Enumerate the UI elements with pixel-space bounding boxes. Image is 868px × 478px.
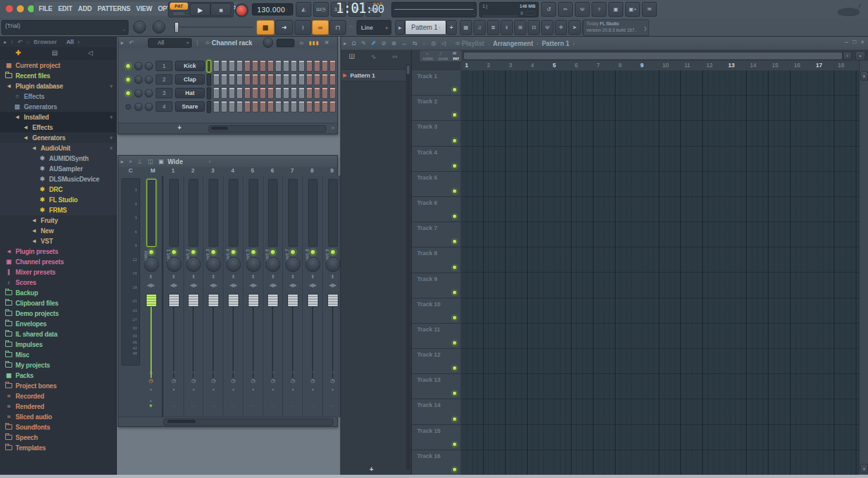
track-header-7[interactable]: Track 7 (412, 222, 460, 247)
browser-item-effects[interactable]: ◄Effects (0, 122, 116, 132)
stereo-arrows-icon[interactable]: ◀▶ (324, 282, 342, 288)
step-button[interactable] (275, 74, 282, 85)
mixer-strip[interactable]: Insert 4⬍◀▶∩◷●︿ (224, 176, 243, 417)
fader-up-icon[interactable]: ▴ (140, 398, 161, 402)
playlist-hscrollbar-thumb[interactable] (464, 53, 842, 59)
channel-selector[interactable] (207, 101, 211, 113)
channel-pan-knob[interactable] (134, 62, 143, 70)
hscroll-right-button[interactable]: › (843, 52, 852, 60)
track-enable-led[interactable] (452, 340, 457, 346)
undo-icon[interactable]: ↶ (129, 39, 134, 46)
step-button[interactable] (314, 60, 320, 72)
minimize-traffic-light[interactable] (17, 5, 24, 12)
expand-arrow-icon[interactable]: ▾ (110, 83, 112, 89)
channel-selector[interactable] (207, 87, 211, 99)
step-button[interactable] (213, 87, 220, 99)
search-icon[interactable]: ◌ (26, 39, 30, 45)
collapse-icon[interactable]: ▸ (4, 39, 7, 45)
tempo-display[interactable]: 130.000⁞ (252, 3, 293, 16)
track-enable-led[interactable] (452, 290, 457, 295)
strip-pan-knob[interactable] (285, 257, 300, 272)
playlist-titlebar[interactable]: ▸Ω✎✐⊘⊗↔⇆◌◎◁ ◁▷ Playlist - Arrangement › … (341, 37, 868, 50)
hint-hat-button[interactable]: ⊓ (329, 20, 346, 35)
browser-tab-sound-icon[interactable]: ◁ (88, 49, 93, 56)
peak-meter[interactable] (147, 179, 156, 247)
record-dot-icon[interactable]: ● (184, 388, 203, 391)
track-enable-led[interactable] (452, 391, 457, 396)
mixer-strip-number[interactable]: 4 (231, 167, 234, 174)
clock-icon[interactable]: ◷ (304, 378, 322, 384)
step-button[interactable] (298, 60, 305, 72)
volume-fader[interactable] (307, 294, 318, 307)
browser-item-impulses[interactable]: Impulses (0, 339, 116, 349)
plugin-slot-icon[interactable]: ︿ (324, 402, 342, 409)
track-header-15[interactable]: Track 15 (412, 425, 460, 450)
snap-selector[interactable]: Line ▸ (356, 20, 391, 35)
browser-item-project-bones[interactable]: Project bones (0, 380, 116, 391)
headphone-icon[interactable]: ∩ (204, 369, 223, 375)
peak-meter[interactable] (308, 179, 318, 247)
track-enable-led[interactable] (452, 417, 457, 422)
pattern-prev-button[interactable]: ▸ (395, 20, 405, 35)
plugin-slot-icon[interactable]: ︿ (244, 402, 263, 409)
step-button[interactable] (283, 87, 289, 99)
strip-pan-knob[interactable] (305, 257, 320, 272)
paint-icon[interactable]: ✐ (371, 40, 377, 47)
strip-enable-led[interactable] (290, 249, 296, 255)
stereo-arrows-icon[interactable]: ◀▶ (184, 282, 203, 288)
step-button[interactable] (329, 101, 336, 112)
track-header-3[interactable]: Track 3 (412, 121, 460, 146)
channel-number[interactable]: 2 (156, 74, 172, 85)
oscilloscope[interactable]: ◔ (391, 2, 477, 17)
track-header-10[interactable]: Track 10 (412, 298, 460, 324)
step-button[interactable] (229, 87, 235, 99)
minimize-button[interactable]: ‒ (845, 39, 848, 45)
save-button[interactable]: ▣ (608, 2, 623, 17)
step-button[interactable] (267, 101, 274, 112)
mixer-strip-number[interactable]: 7 (291, 167, 294, 174)
volume-fader[interactable] (248, 294, 259, 307)
playlist-tab-audio[interactable]: AUDIO (422, 57, 433, 61)
pencil-icon[interactable]: ✎ (361, 40, 366, 47)
peak-meter[interactable] (209, 179, 218, 247)
step-button[interactable] (322, 101, 328, 112)
strip-enable-led[interactable] (330, 249, 336, 255)
browser-item-generators[interactable]: ▥Generators (0, 101, 116, 112)
expand-arrow-icon[interactable]: ▾ (110, 114, 112, 120)
browser-item-current-project[interactable]: ▤Current project (0, 60, 116, 70)
track-header-8[interactable]: Track 8 (412, 247, 460, 273)
step-button[interactable] (236, 87, 243, 99)
headphone-icon[interactable]: ∩ (284, 369, 302, 375)
record-button[interactable] (235, 4, 248, 17)
picker-add-button[interactable]: + (369, 465, 373, 473)
browser-item-fruity[interactable]: ◄Fruity (0, 215, 116, 225)
stereo-arrows-icon[interactable]: ◀▶ (264, 282, 282, 288)
step-button[interactable] (229, 60, 235, 72)
browser-item-scores[interactable]: ♪Scores (0, 277, 116, 287)
track-enable-led[interactable] (452, 214, 457, 219)
strip-enable-led[interactable] (149, 249, 154, 255)
record-dot-icon[interactable]: ● (140, 388, 161, 391)
browser-item-mixer-presets[interactable]: ∥Mixer presets (0, 267, 116, 277)
pat-mode-button[interactable]: PAT (170, 3, 188, 10)
channel-volume-knob[interactable] (145, 103, 153, 111)
channel-button-clap[interactable]: Clap (175, 74, 205, 85)
playlist-button[interactable]: ▦ (460, 20, 472, 35)
volume-fader[interactable] (208, 294, 219, 307)
mixer-strip[interactable]: Insert 5⬍◀▶∩◷●︿ (244, 176, 264, 417)
record-dot-icon[interactable]: ● (244, 388, 263, 391)
clock-icon[interactable]: ◷ (264, 378, 282, 384)
headphone-icon[interactable]: ∩ (165, 369, 183, 375)
step-button[interactable] (283, 74, 289, 85)
browser-item-plugin-database[interactable]: ◄Plugin database▾ (0, 81, 116, 91)
picker-vscrollbar-thumb[interactable] (407, 65, 409, 74)
delete-icon[interactable]: ⊘ (381, 40, 386, 47)
stereo-arrows-icon[interactable]: ◀▶ (304, 282, 322, 288)
peak-meter[interactable] (249, 179, 258, 247)
step-button[interactable] (260, 74, 266, 85)
stereo-arrows-icon[interactable]: ◀▶ (244, 282, 263, 288)
record-dot-icon[interactable]: ● (165, 388, 183, 391)
browser-item-dlsmusicdevice[interactable]: ✱DLSMusicDevice (0, 174, 116, 184)
channel-number[interactable]: 4 (156, 101, 172, 112)
track-enable-led[interactable] (452, 467, 457, 472)
